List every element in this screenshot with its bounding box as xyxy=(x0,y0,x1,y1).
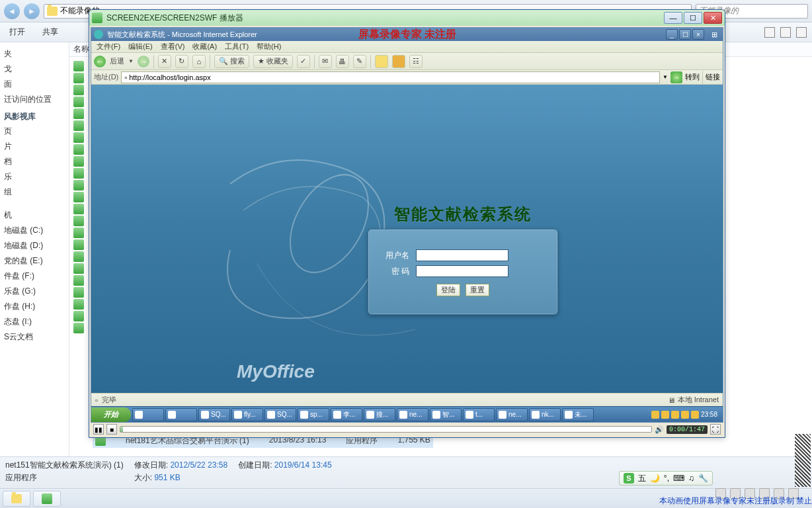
go-label[interactable]: 转到 xyxy=(685,72,700,82)
sidebar-item[interactable]: 机 xyxy=(3,208,66,223)
sidebar-item[interactable]: 夹 xyxy=(3,46,66,62)
search-button[interactable]: 🔍搜索 xyxy=(214,55,249,68)
print-icon[interactable]: 🖶 xyxy=(336,55,349,68)
sidebar-item[interactable]: 戈 xyxy=(3,62,66,77)
tray-icon[interactable] xyxy=(691,411,699,419)
taskbar-item[interactable]: ne... xyxy=(397,408,428,421)
ime-keyboard-icon[interactable]: ⌨ xyxy=(673,474,684,483)
tray-icon[interactable] xyxy=(681,411,689,419)
file-icon xyxy=(73,192,84,202)
username-input[interactable] xyxy=(416,249,508,261)
ime-bar[interactable]: S 五 🌙 °, ⌨ ♫ 🔧 xyxy=(619,471,713,486)
progress-slider[interactable] xyxy=(120,426,652,433)
tray-icon[interactable] xyxy=(661,411,669,419)
taskbar-item[interactable]: nk... xyxy=(529,408,561,421)
minimize-button[interactable]: — xyxy=(664,12,682,24)
play-pause-button[interactable]: ▮▮ xyxy=(93,424,104,435)
address-input[interactable]: ▫ http://localhost/login.aspx xyxy=(121,71,660,83)
sidebar-item[interactable]: 地磁盘 (C:) xyxy=(3,223,66,238)
login-button[interactable]: 登陆 xyxy=(436,284,460,296)
taskbar-item[interactable]: 搜... xyxy=(364,408,395,421)
home-icon[interactable]: ⌂ xyxy=(192,55,206,68)
taskbar-item[interactable] xyxy=(132,408,164,421)
ie-titlebar[interactable]: 智能文献检索系统 - Microsoft Internet Explorer 屏… xyxy=(91,28,723,41)
ie-minimize-button[interactable]: _ xyxy=(666,29,678,40)
sidebar-item[interactable]: 党的盘 (E:) xyxy=(3,253,66,269)
reset-button[interactable]: 重置 xyxy=(466,284,489,296)
forward-icon[interactable]: → xyxy=(138,56,149,67)
taskbar-item[interactable]: 智... xyxy=(430,408,462,421)
open-button[interactable]: 打开 xyxy=(5,24,29,40)
sidebar-item[interactable]: 乐 xyxy=(3,169,66,185)
menu-view[interactable]: 查看(V) xyxy=(157,40,189,53)
back-button[interactable]: ◄ xyxy=(4,3,20,19)
refresh-icon[interactable]: ↻ xyxy=(175,55,188,68)
sidebar-item[interactable]: 档 xyxy=(3,154,66,169)
links-label[interactable]: 链接 xyxy=(706,72,720,82)
go-button[interactable]: → xyxy=(670,71,682,83)
ie-close-button[interactable]: × xyxy=(692,29,704,40)
taskbar-item[interactable]: 李... xyxy=(331,408,362,421)
volume-icon[interactable]: 🔊 xyxy=(655,425,664,434)
sidebar-item[interactable]: 组 xyxy=(3,185,66,200)
maximize-button[interactable]: ☐ xyxy=(684,12,702,24)
password-input[interactable] xyxy=(416,265,508,277)
forward-button[interactable]: ► xyxy=(24,3,40,19)
sidebar-item[interactable]: 页 xyxy=(3,124,66,139)
folder-icon[interactable] xyxy=(375,55,388,68)
sidebar-item[interactable]: 乐盘 (G:) xyxy=(3,284,66,299)
stop-icon[interactable]: ✕ xyxy=(158,55,171,68)
edit-icon[interactable]: ✎ xyxy=(353,55,366,68)
sidebar-item[interactable]: 地磁盘 (D:) xyxy=(3,238,66,253)
sidebar-item[interactable]: 态盘 (I:) xyxy=(3,314,66,329)
mail-icon[interactable]: ✉ xyxy=(319,55,332,68)
start-button[interactable]: 开始 xyxy=(91,407,131,422)
favorites-button[interactable]: ★收藏夹 xyxy=(253,55,293,68)
taskbar-item[interactable]: SQ... xyxy=(264,408,296,421)
view-icon[interactable] xyxy=(764,27,775,38)
tray-icon[interactable] xyxy=(651,411,659,419)
ime-mode[interactable]: 五 xyxy=(638,473,646,484)
player-titlebar[interactable]: SCREEN2EXE/SCREEN2SWF 播放器 — ☐ ✕ xyxy=(89,10,725,26)
ie-maximize-button[interactable]: ☐ xyxy=(679,29,691,40)
taskbar-item[interactable]: SQ... xyxy=(198,408,230,421)
close-button[interactable]: ✕ xyxy=(704,12,722,24)
file-icon xyxy=(73,323,84,333)
view-icon[interactable] xyxy=(780,27,791,38)
taskbar-item[interactable]: t... xyxy=(463,408,495,421)
menu-file[interactable]: 文件(F) xyxy=(93,40,124,53)
help-icon[interactable] xyxy=(796,27,807,38)
menu-help[interactable]: 帮助(H) xyxy=(253,40,285,53)
taskbar-button[interactable] xyxy=(3,491,30,507)
sidebar-item[interactable]: S云文档 xyxy=(3,329,66,345)
taskbar-button[interactable] xyxy=(33,491,61,507)
history-icon[interactable]: ✓ xyxy=(297,55,310,68)
fullscreen-button[interactable]: ⛶ xyxy=(710,424,721,435)
tray-icon[interactable] xyxy=(671,411,679,419)
app-icon xyxy=(366,411,374,419)
ime-icon[interactable]: 🌙 xyxy=(650,474,660,483)
share-button[interactable]: 共享 xyxy=(38,24,62,40)
sidebar-item[interactable]: 迁访问的位置 xyxy=(3,92,66,107)
ime-icon[interactable]: ♫ xyxy=(688,474,694,483)
ime-settings-icon[interactable]: 🔧 xyxy=(698,474,708,483)
ime-icon[interactable]: °, xyxy=(664,474,669,483)
sidebar-item[interactable]: 件盘 (F:) xyxy=(3,269,66,284)
menu-tools[interactable]: 工具(T) xyxy=(221,40,253,53)
app-icon xyxy=(333,411,341,419)
tool-icon[interactable]: ☷ xyxy=(409,55,423,68)
sidebar-item[interactable]: 面 xyxy=(3,77,66,92)
taskbar-item[interactable] xyxy=(165,408,197,421)
taskbar-item[interactable]: fly... xyxy=(231,408,263,421)
stop-button[interactable]: ■ xyxy=(106,424,117,435)
sidebar-item[interactable]: 作盘 (H:) xyxy=(3,299,66,314)
folder-icon[interactable] xyxy=(392,55,405,68)
sidebar-item[interactable]: 片 xyxy=(3,139,66,154)
menu-favorites[interactable]: 收藏(A) xyxy=(188,40,221,53)
taskbar-item[interactable]: 未... xyxy=(562,408,594,421)
back-icon[interactable]: ← xyxy=(94,56,106,67)
taskbar-item[interactable]: sp... xyxy=(298,408,329,421)
menu-edit[interactable]: 编辑(E) xyxy=(124,40,157,53)
back-label[interactable]: 后退 xyxy=(110,56,124,66)
taskbar-item[interactable]: ne... xyxy=(496,408,528,421)
